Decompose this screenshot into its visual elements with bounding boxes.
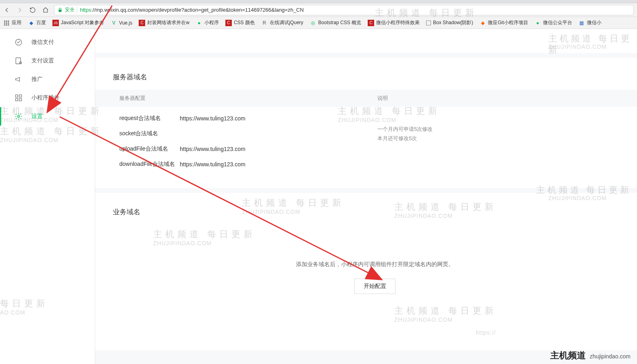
svg-rect-14 xyxy=(16,99,18,101)
secure-label: 安全 xyxy=(65,6,77,13)
bookmark-label: Bootstrap CSS 概览 xyxy=(318,19,361,26)
sidebar-item-settings[interactable]: 设置 xyxy=(0,107,95,126)
row-value: https://www.tuling123.com xyxy=(180,146,246,152)
bookmark-icon: ● xyxy=(535,20,541,26)
bookmark-label: Vue.js xyxy=(119,20,132,26)
svg-rect-8 xyxy=(8,24,9,25)
svg-rect-5 xyxy=(8,22,9,23)
main-content: 服务器域名 服务器配置 说明 request合法域名 https://www.t… xyxy=(95,29,637,364)
svg-rect-12 xyxy=(16,95,18,97)
footer-brand-en: zhujipindao.com xyxy=(590,353,631,360)
svg-point-16 xyxy=(18,116,20,118)
bookmark-icon: C xyxy=(368,20,374,26)
bookmark-label: 封装网络请求并在w xyxy=(147,19,189,26)
row-value: https://www.tuling123.com xyxy=(180,115,246,122)
bookmark-item[interactable]: ◎Bootstrap CSS 概览 xyxy=(310,19,361,26)
browser-tab-strip xyxy=(0,0,637,3)
bookmark-icon: C xyxy=(139,20,145,26)
sidebar-item-pay-setting[interactable]: 支付设置 xyxy=(0,52,95,70)
desc-line: 一个月内可申请5次修改 xyxy=(377,124,482,134)
server-domain-title: 服务器域名 xyxy=(95,58,637,86)
col-header-desc: 说明 xyxy=(377,95,637,102)
apps-label: 应用 xyxy=(12,19,21,26)
sidebar: 微信支付 支付设置 推广 小程序插件 设置 xyxy=(0,29,95,364)
bookmarks-bar: 应用 ◆百度 JSJavaScript 对象参考 VVue.js C封装网络请求… xyxy=(0,17,637,29)
domain-desc: 一个月内可申请5次修改 本月还可修改5次 xyxy=(377,124,482,143)
svg-rect-3 xyxy=(4,22,5,23)
back-button[interactable] xyxy=(3,6,10,14)
sidebar-item-wechat-pay[interactable]: 微信支付 xyxy=(0,33,95,52)
bookmark-item[interactable]: ●小程序 xyxy=(196,19,219,26)
bookmark-icon: ◆ xyxy=(479,20,486,26)
bookmark-label: 在线调试jQuery xyxy=(270,19,303,26)
svg-rect-10 xyxy=(16,58,21,64)
url-rest: ://mp.weixin.qq.com/wxopen/devprofile?ac… xyxy=(91,7,304,13)
sidebar-item-label: 微信支付 xyxy=(31,39,54,46)
pay-setting-icon xyxy=(15,57,23,65)
bookmark-label: CSS 颜色 xyxy=(234,19,255,26)
browser-address-bar: 安全 https://mp.weixin.qq.com/wxopen/devpr… xyxy=(0,3,637,17)
bookmark-icon: ▦ xyxy=(579,20,585,26)
sidebar-item-label: 支付设置 xyxy=(31,57,54,64)
bookmark-label: 微信公众平台 xyxy=(543,19,572,26)
sidebar-item-label: 推广 xyxy=(31,76,43,83)
bookmark-label: 小程序 xyxy=(204,19,219,26)
bookmark-label: 微信小程序特殊效果 xyxy=(376,19,420,26)
bookmark-item[interactable]: ◆百度 xyxy=(28,19,46,26)
apps-button[interactable]: 应用 xyxy=(3,19,21,26)
bookmark-item[interactable]: JSJavaScript 对象参考 xyxy=(52,19,104,26)
biz-domain-section: 业务域名 添加业务域名后，小程序内可调用组件打开限定域名内的网页。 开始配置 xyxy=(95,193,637,350)
svg-rect-13 xyxy=(19,95,22,97)
bookmark-item[interactable]: ●微信公众平台 xyxy=(535,19,572,26)
plugin-icon xyxy=(15,94,23,102)
home-button[interactable] xyxy=(42,6,49,14)
footer-brand: 主机频道 zhujipindao.com xyxy=(550,350,631,362)
bookmark-icon: JS xyxy=(52,20,59,26)
bookmark-icon: V xyxy=(110,20,117,26)
bookmark-item[interactable]: Box Shadow(阴影) xyxy=(426,19,473,26)
row-value: https://www.tuling123.com xyxy=(180,161,246,168)
server-table-header: 服务器配置 说明 xyxy=(95,90,637,107)
forward-button[interactable] xyxy=(16,6,23,14)
row-label: downloadFile合法域名 xyxy=(119,161,180,168)
bookmark-item[interactable]: ▦微信小 xyxy=(579,19,602,26)
sidebar-item-label: 小程序插件 xyxy=(31,94,60,101)
bookmark-icon: C xyxy=(225,20,232,26)
bookmark-item[interactable]: ◆微应Git小程序项目 xyxy=(479,19,528,26)
table-row: request合法域名 https://www.tuling123.com xyxy=(119,111,377,126)
bookmark-icon xyxy=(426,21,431,25)
desc-line: 本月还可修改5次 xyxy=(377,134,482,143)
svg-rect-4 xyxy=(6,22,7,23)
row-label: uploadFile合法域名 xyxy=(119,145,180,153)
svg-rect-1 xyxy=(6,21,7,22)
biz-domain-title: 业务域名 xyxy=(113,193,637,221)
svg-rect-7 xyxy=(6,24,7,25)
wallet-icon xyxy=(15,38,23,46)
bookmark-icon: R xyxy=(261,20,268,26)
row-label: request合法域名 xyxy=(119,115,180,122)
bookmark-item[interactable]: C封装网络请求并在w xyxy=(139,19,189,26)
bookmark-icon: ● xyxy=(196,20,202,26)
sidebar-item-plugin[interactable]: 小程序插件 xyxy=(0,89,95,107)
row-label: socket合法域名 xyxy=(119,130,180,137)
url-field[interactable]: 安全 https://mp.weixin.qq.com/wxopen/devpr… xyxy=(54,5,634,15)
bookmark-label: Box Shadow(阴影) xyxy=(433,19,473,26)
sidebar-item-promote[interactable]: 推广 xyxy=(0,70,95,89)
bookmark-item[interactable]: CCSS 颜色 xyxy=(225,19,255,26)
bookmark-item[interactable]: R在线调试jQuery xyxy=(261,19,303,26)
table-row: uploadFile合法域名 https://www.tuling123.com xyxy=(119,141,377,157)
bookmark-icon: ◆ xyxy=(28,20,34,26)
biz-hint-text: 添加业务域名后，小程序内可调用组件打开限定域名内的网页。 xyxy=(113,261,637,268)
start-config-button[interactable]: 开始配置 xyxy=(354,279,396,294)
reload-button[interactable] xyxy=(29,6,36,14)
server-domain-section: 服务器域名 服务器配置 说明 request合法域名 https://www.t… xyxy=(95,58,637,188)
svg-rect-0 xyxy=(4,21,5,22)
bookmark-label: JavaScript 对象参考 xyxy=(61,19,104,26)
lock-icon xyxy=(58,8,62,12)
svg-rect-15 xyxy=(19,99,22,101)
svg-rect-6 xyxy=(4,24,5,25)
bookmark-item[interactable]: C微信小程序特殊效果 xyxy=(368,19,420,26)
bookmark-label: 微信小 xyxy=(587,19,602,26)
col-header-config: 服务器配置 xyxy=(119,95,377,102)
bookmark-item[interactable]: VVue.js xyxy=(110,20,132,26)
